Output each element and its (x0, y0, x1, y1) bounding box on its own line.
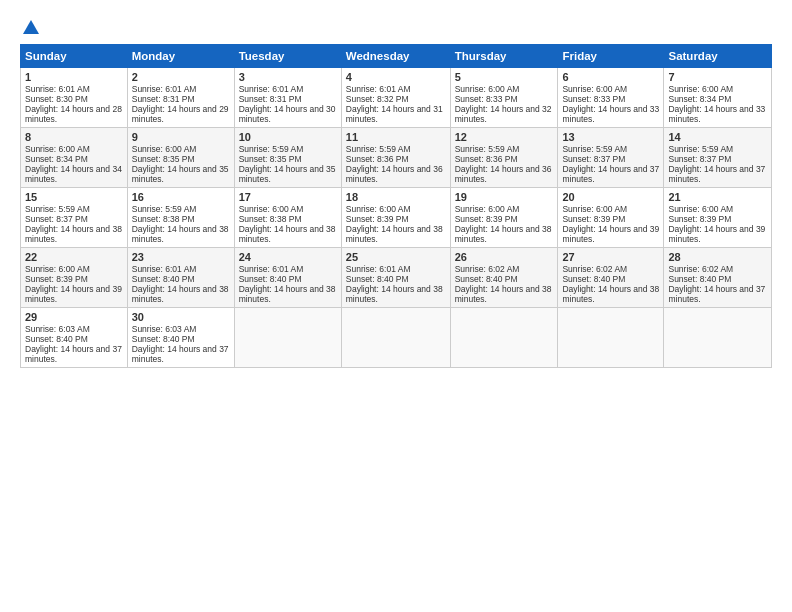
calendar-week-3: 22 Sunrise: 6:00 AM Sunset: 8:39 PM Dayl… (21, 248, 772, 308)
calendar-cell: 17 Sunrise: 6:00 AM Sunset: 8:38 PM Dayl… (234, 188, 341, 248)
sunrise: Sunrise: 5:59 AM (346, 144, 411, 154)
calendar-cell: 25 Sunrise: 6:01 AM Sunset: 8:40 PM Dayl… (341, 248, 450, 308)
calendar-cell: 21 Sunrise: 6:00 AM Sunset: 8:39 PM Dayl… (664, 188, 772, 248)
sunrise: Sunrise: 6:00 AM (668, 84, 733, 94)
sunrise: Sunrise: 6:03 AM (25, 324, 90, 334)
daylight: Daylight: 14 hours and 37 minutes. (562, 164, 659, 184)
calendar-cell: 12 Sunrise: 5:59 AM Sunset: 8:36 PM Dayl… (450, 128, 558, 188)
day-number: 10 (239, 131, 337, 143)
sunrise: Sunrise: 6:03 AM (132, 324, 197, 334)
daylight: Daylight: 14 hours and 37 minutes. (132, 344, 229, 364)
day-number: 11 (346, 131, 446, 143)
daylight: Daylight: 14 hours and 37 minutes. (668, 164, 765, 184)
calendar-cell (558, 308, 664, 368)
daylight: Daylight: 14 hours and 39 minutes. (562, 224, 659, 244)
day-number: 30 (132, 311, 230, 323)
calendar-cell: 30 Sunrise: 6:03 AM Sunset: 8:40 PM Dayl… (127, 308, 234, 368)
sunrise: Sunrise: 6:01 AM (239, 264, 304, 274)
calendar-cell: 9 Sunrise: 6:00 AM Sunset: 8:35 PM Dayli… (127, 128, 234, 188)
sunrise: Sunrise: 6:02 AM (668, 264, 733, 274)
calendar-cell: 14 Sunrise: 5:59 AM Sunset: 8:37 PM Dayl… (664, 128, 772, 188)
sunset: Sunset: 8:40 PM (346, 274, 409, 284)
sunrise: Sunrise: 6:00 AM (668, 204, 733, 214)
calendar-header-saturday: Saturday (664, 45, 772, 68)
calendar-table: SundayMondayTuesdayWednesdayThursdayFrid… (20, 44, 772, 368)
daylight: Daylight: 14 hours and 36 minutes. (346, 164, 443, 184)
daylight: Daylight: 14 hours and 38 minutes. (455, 284, 552, 304)
calendar-cell: 6 Sunrise: 6:00 AM Sunset: 8:33 PM Dayli… (558, 68, 664, 128)
sunrise: Sunrise: 5:59 AM (132, 204, 197, 214)
daylight: Daylight: 14 hours and 38 minutes. (562, 284, 659, 304)
sunset: Sunset: 8:30 PM (25, 94, 88, 104)
logo (20, 18, 41, 34)
calendar-cell: 24 Sunrise: 6:01 AM Sunset: 8:40 PM Dayl… (234, 248, 341, 308)
logo-icon (21, 18, 41, 36)
day-number: 28 (668, 251, 767, 263)
calendar-header-friday: Friday (558, 45, 664, 68)
calendar-header-monday: Monday (127, 45, 234, 68)
sunset: Sunset: 8:35 PM (239, 154, 302, 164)
calendar-header-wednesday: Wednesday (341, 45, 450, 68)
sunrise: Sunrise: 6:01 AM (132, 264, 197, 274)
daylight: Daylight: 14 hours and 28 minutes. (25, 104, 122, 124)
day-number: 26 (455, 251, 554, 263)
sunrise: Sunrise: 6:00 AM (25, 144, 90, 154)
day-number: 27 (562, 251, 659, 263)
day-number: 21 (668, 191, 767, 203)
sunrise: Sunrise: 6:01 AM (25, 84, 90, 94)
sunset: Sunset: 8:40 PM (562, 274, 625, 284)
day-number: 15 (25, 191, 123, 203)
daylight: Daylight: 14 hours and 29 minutes. (132, 104, 229, 124)
sunset: Sunset: 8:38 PM (132, 214, 195, 224)
sunset: Sunset: 8:36 PM (346, 154, 409, 164)
calendar-cell: 3 Sunrise: 6:01 AM Sunset: 8:31 PM Dayli… (234, 68, 341, 128)
calendar-header-row: SundayMondayTuesdayWednesdayThursdayFrid… (21, 45, 772, 68)
sunset: Sunset: 8:40 PM (455, 274, 518, 284)
day-number: 1 (25, 71, 123, 83)
calendar-week-4: 29 Sunrise: 6:03 AM Sunset: 8:40 PM Dayl… (21, 308, 772, 368)
sunrise: Sunrise: 6:00 AM (562, 84, 627, 94)
calendar-cell: 18 Sunrise: 6:00 AM Sunset: 8:39 PM Dayl… (341, 188, 450, 248)
day-number: 3 (239, 71, 337, 83)
svg-marker-0 (23, 20, 39, 34)
sunset: Sunset: 8:40 PM (132, 334, 195, 344)
calendar-cell: 13 Sunrise: 5:59 AM Sunset: 8:37 PM Dayl… (558, 128, 664, 188)
sunrise: Sunrise: 5:59 AM (562, 144, 627, 154)
daylight: Daylight: 14 hours and 38 minutes. (346, 284, 443, 304)
sunrise: Sunrise: 6:00 AM (25, 264, 90, 274)
sunset: Sunset: 8:39 PM (25, 274, 88, 284)
sunset: Sunset: 8:33 PM (455, 94, 518, 104)
daylight: Daylight: 14 hours and 30 minutes. (239, 104, 336, 124)
day-number: 2 (132, 71, 230, 83)
day-number: 29 (25, 311, 123, 323)
sunset: Sunset: 8:34 PM (25, 154, 88, 164)
sunrise: Sunrise: 6:01 AM (132, 84, 197, 94)
sunrise: Sunrise: 6:02 AM (562, 264, 627, 274)
daylight: Daylight: 14 hours and 35 minutes. (239, 164, 336, 184)
calendar-cell: 1 Sunrise: 6:01 AM Sunset: 8:30 PM Dayli… (21, 68, 128, 128)
calendar-week-2: 15 Sunrise: 5:59 AM Sunset: 8:37 PM Dayl… (21, 188, 772, 248)
day-number: 20 (562, 191, 659, 203)
daylight: Daylight: 14 hours and 38 minutes. (132, 284, 229, 304)
day-number: 17 (239, 191, 337, 203)
sunset: Sunset: 8:33 PM (562, 94, 625, 104)
daylight: Daylight: 14 hours and 37 minutes. (25, 344, 122, 364)
sunrise: Sunrise: 5:59 AM (25, 204, 90, 214)
sunset: Sunset: 8:40 PM (25, 334, 88, 344)
sunrise: Sunrise: 5:59 AM (455, 144, 520, 154)
header (20, 18, 772, 34)
calendar-cell: 10 Sunrise: 5:59 AM Sunset: 8:35 PM Dayl… (234, 128, 341, 188)
sunset: Sunset: 8:37 PM (668, 154, 731, 164)
calendar-cell: 27 Sunrise: 6:02 AM Sunset: 8:40 PM Dayl… (558, 248, 664, 308)
calendar-week-1: 8 Sunrise: 6:00 AM Sunset: 8:34 PM Dayli… (21, 128, 772, 188)
calendar-week-0: 1 Sunrise: 6:01 AM Sunset: 8:30 PM Dayli… (21, 68, 772, 128)
sunrise: Sunrise: 6:00 AM (455, 84, 520, 94)
calendar-cell: 20 Sunrise: 6:00 AM Sunset: 8:39 PM Dayl… (558, 188, 664, 248)
sunset: Sunset: 8:31 PM (132, 94, 195, 104)
daylight: Daylight: 14 hours and 33 minutes. (562, 104, 659, 124)
daylight: Daylight: 14 hours and 37 minutes. (668, 284, 765, 304)
sunset: Sunset: 8:39 PM (455, 214, 518, 224)
sunset: Sunset: 8:39 PM (668, 214, 731, 224)
daylight: Daylight: 14 hours and 38 minutes. (346, 224, 443, 244)
sunset: Sunset: 8:39 PM (346, 214, 409, 224)
